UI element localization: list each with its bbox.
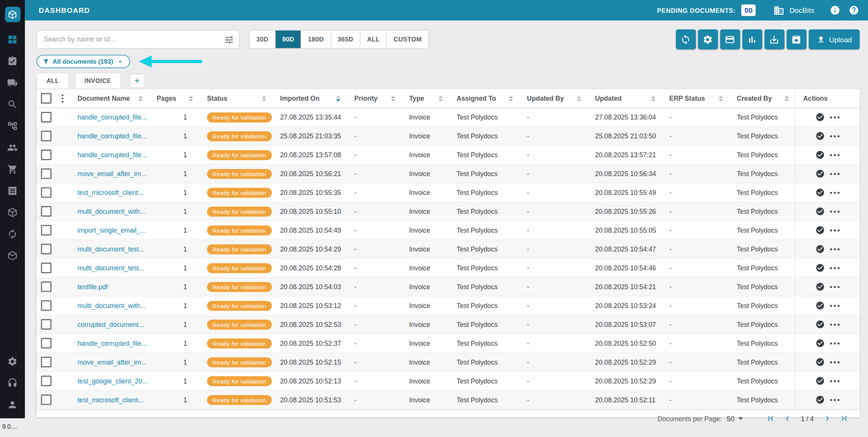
add-tab-button[interactable]: + [129,74,145,88]
range-button-all[interactable]: ALL [360,31,386,48]
row-checkbox[interactable] [41,338,51,348]
row-more-button[interactable] [830,154,840,156]
validate-icon[interactable] [815,188,825,197]
column-header-imported-on[interactable]: Imported On [272,89,347,107]
gear-icon[interactable] [6,355,18,367]
row-checkbox[interactable] [41,112,51,123]
range-button-30d[interactable]: 30D [250,31,275,48]
row-more-button[interactable] [830,380,840,382]
column-header-type[interactable]: Type [401,89,449,107]
row-more-button[interactable] [830,267,840,269]
document-link[interactable]: test_microsoft_client... [78,189,144,196]
validate-icon[interactable] [815,244,825,254]
sort-icon[interactable] [189,95,193,101]
autorenew-icon[interactable] [6,228,18,240]
range-button-custom[interactable]: CUSTOM [387,31,428,48]
document-link[interactable]: import_single_email_... [78,226,146,234]
sort-icon[interactable] [577,95,581,101]
select-all-checkbox[interactable] [41,93,51,104]
document-link[interactable]: multi_document_with... [78,207,145,215]
column-header-priority[interactable]: Priority [347,89,401,107]
settings-button[interactable] [698,29,718,49]
row-checkbox[interactable] [41,319,51,330]
validate-icon[interactable] [815,301,825,310]
truck-icon[interactable] [6,77,18,89]
row-checkbox[interactable] [41,169,51,179]
user-icon[interactable] [6,398,18,410]
filter-sliders-icon[interactable] [224,35,234,47]
tab-invoice[interactable]: INVOICE [75,72,121,89]
row-checkbox[interactable] [41,225,51,236]
document-link[interactable]: corrupted_document... [78,320,144,328]
validate-icon[interactable] [815,263,825,273]
column-header-document-name[interactable]: Document Name [70,89,149,107]
sort-icon[interactable] [391,95,395,101]
clipboard-check-icon[interactable] [6,55,18,67]
row-checkbox[interactable] [41,281,51,292]
document-link[interactable]: multi_document_test... [78,245,144,253]
row-checkbox[interactable] [41,394,51,405]
document-link[interactable]: handle_corrupted_file... [78,132,147,140]
row-checkbox[interactable] [41,150,51,160]
document-link[interactable]: move_email_after_im... [78,358,147,366]
card-button[interactable] [720,29,740,49]
column-header-status[interactable]: Status [199,89,272,107]
box-icon[interactable] [6,249,18,261]
document-link[interactable]: multi_document_test... [78,264,144,272]
package-icon[interactable] [6,206,18,218]
prev-page-button[interactable] [782,414,792,423]
sort-icon[interactable] [509,95,513,101]
validate-icon[interactable] [815,131,825,141]
help-icon[interactable] [849,5,859,15]
validate-icon[interactable] [815,357,825,367]
row-more-button[interactable] [830,116,840,118]
document-link[interactable]: move_email_after_im... [78,170,147,178]
column-header-pages[interactable]: Pages [149,89,199,107]
row-checkbox[interactable] [41,376,51,386]
workflow-icon[interactable] [6,120,18,132]
validate-icon[interactable] [815,395,825,405]
range-button-365d[interactable]: 365D [330,31,360,48]
sort-icon[interactable] [262,95,266,101]
app-logo[interactable] [5,7,20,22]
range-button-90d[interactable]: 90D [275,31,301,48]
all-documents-filter[interactable]: All documents (193) [37,55,130,68]
row-checkbox[interactable] [41,131,51,141]
upload-button[interactable]: Upload [808,29,859,49]
document-link[interactable]: testfile.pdf [78,283,108,291]
dashboard-grid-icon[interactable] [6,33,18,45]
bar-chart-button[interactable] [742,29,762,49]
row-checkbox[interactable] [41,300,51,311]
row-more-button[interactable] [830,135,840,137]
sync-button[interactable] [676,29,696,49]
row-more-button[interactable] [830,361,840,363]
validate-icon[interactable] [815,150,825,159]
row-checkbox[interactable] [41,206,51,217]
row-checkbox[interactable] [41,357,51,367]
row-more-button[interactable] [830,229,840,232]
validate-icon[interactable] [815,339,825,348]
sort-icon[interactable] [439,95,443,101]
column-header-updated-by[interactable]: Updated By [519,89,587,107]
validate-icon[interactable] [815,320,825,329]
column-header-assigned-to[interactable]: Assigned To [449,89,520,107]
tab-all[interactable]: ALL [37,72,69,89]
row-more-button[interactable] [830,192,840,194]
validate-icon[interactable] [815,282,825,291]
per-page-select[interactable]: 50 [727,415,743,423]
cart-icon[interactable] [6,163,18,175]
row-more-button[interactable] [830,399,840,401]
receipt-icon[interactable] [6,184,18,196]
users-icon[interactable] [6,141,18,153]
sort-icon[interactable] [784,95,789,101]
sort-icon[interactable] [718,95,723,101]
search-input[interactable] [37,31,223,48]
validate-icon[interactable] [815,376,825,386]
row-checkbox[interactable] [41,244,51,255]
column-header-erp-status[interactable]: ERP Status [662,89,729,107]
row-more-button[interactable] [830,304,840,307]
unarchive-button[interactable] [787,29,807,49]
last-page-button[interactable] [839,414,849,423]
document-link[interactable]: test_google_client_20... [78,377,148,385]
validate-icon[interactable] [815,169,825,178]
